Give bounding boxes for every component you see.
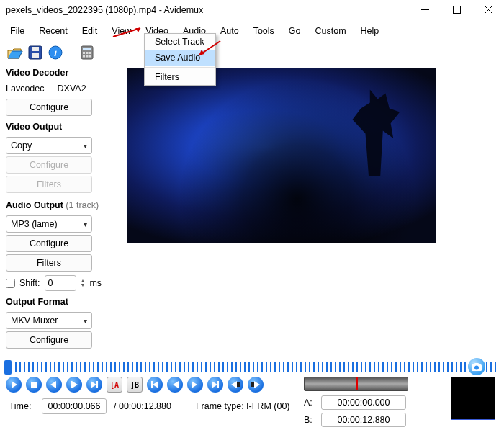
dropdown-separator: [145, 67, 215, 68]
shift-spinner[interactable]: 0: [45, 275, 76, 291]
info-icon[interactable]: i: [48, 45, 63, 61]
svg-text:i: i: [54, 48, 57, 58]
video-output-filters-button: Filters: [6, 176, 92, 193]
set-b-button[interactable]: ]B: [127, 377, 143, 393]
svg-rect-28: [96, 381, 98, 388]
audio-output-value: MP3 (lame): [11, 219, 58, 229]
output-format-select[interactable]: MKV Muxer ▾: [6, 312, 92, 329]
save-icon[interactable]: [27, 45, 43, 61]
stop-button[interactable]: [26, 377, 42, 393]
preview-thumbnail: [451, 377, 495, 420]
video-output-value: Copy: [11, 140, 32, 151]
shift-label: Shift:: [19, 278, 40, 288]
goto-start-button[interactable]: [147, 377, 163, 393]
window-title: pexels_videos_2022395 (1080p).mp4 - Avid…: [6, 5, 409, 15]
shift-spinner-buttons[interactable]: ▲▼: [81, 279, 86, 287]
shift-checkbox[interactable]: [6, 279, 15, 288]
next-frame-button[interactable]: [66, 377, 82, 393]
snapshot-button[interactable]: [468, 358, 485, 375]
svg-rect-1: [453, 6, 460, 14]
seek-bar[interactable]: [6, 361, 498, 372]
audio-output-label: Audio Output (1 track): [6, 200, 120, 210]
menu-tools[interactable]: Tools: [246, 24, 282, 37]
annotation-arrow-icon: [112, 25, 148, 40]
menu-go[interactable]: Go: [282, 24, 308, 37]
menu-custom[interactable]: Custom: [308, 24, 354, 37]
prev-black-button[interactable]: [228, 377, 243, 393]
next-keyframe-button[interactable]: [187, 377, 203, 393]
left-panel: Video Decoder Lavcodec DXVA2 Configure V…: [6, 62, 120, 349]
svg-rect-23: [31, 382, 37, 388]
audio-output-configure-button[interactable]: Configure: [6, 235, 92, 252]
menu-help[interactable]: Help: [354, 24, 387, 37]
output-format-configure-button[interactable]: Configure: [6, 331, 92, 349]
bottom-controls: [A ]B Time: 00:00:00.066 / 00:00:12.880 …: [6, 358, 498, 427]
decoder-configure-button[interactable]: Configure: [6, 99, 92, 116]
decoder-values: Lavcodec DXVA2: [6, 84, 120, 94]
svg-marker-24: [50, 381, 56, 388]
video-output-configure-button: Configure: [6, 156, 92, 174]
video-output-label: Video Output: [6, 122, 120, 132]
svg-rect-34: [217, 381, 219, 388]
svg-rect-15: [83, 55, 85, 58]
svg-rect-16: [86, 55, 89, 58]
svg-marker-19: [135, 28, 140, 32]
a-value[interactable]: 00:00:00.000: [321, 395, 406, 410]
svg-marker-25: [72, 381, 78, 388]
duration-label: / 00:00:12.880: [114, 401, 171, 411]
open-icon[interactable]: [7, 45, 23, 61]
annotation-arrow-icon: [194, 40, 223, 61]
a-label: A:: [304, 398, 314, 408]
prev-frame-button[interactable]: [46, 377, 62, 393]
seek-thumb[interactable]: [4, 360, 12, 375]
svg-rect-29: [151, 381, 153, 388]
shift-unit: ms: [89, 278, 102, 288]
scrub-wheel[interactable]: [304, 377, 408, 391]
calculator-icon[interactable]: [79, 45, 95, 61]
svg-marker-33: [212, 381, 217, 388]
svg-rect-12: [83, 52, 85, 54]
menu-recent[interactable]: Recent: [32, 24, 75, 37]
decoder-name2: DXVA2: [58, 84, 86, 94]
svg-rect-7: [32, 53, 39, 58]
svg-marker-22: [12, 381, 17, 388]
menu-edit[interactable]: Edit: [75, 24, 105, 37]
maximize-button[interactable]: [441, 0, 472, 20]
goto-end-button[interactable]: [207, 377, 223, 393]
svg-rect-17: [89, 55, 91, 58]
svg-rect-26: [71, 381, 72, 388]
dropdown-filters[interactable]: Filters: [145, 69, 215, 85]
video-preview[interactable]: [127, 68, 436, 243]
video-decoder-label: Video Decoder: [6, 68, 120, 78]
decoder-name1: Lavcodec: [6, 84, 45, 94]
right-controls: A: 00:00:00.000 B: 00:00:12.880 Selectio…: [304, 377, 498, 430]
close-button[interactable]: [472, 0, 504, 20]
chevron-down-icon: ▾: [84, 142, 87, 150]
play-button[interactable]: [6, 377, 22, 393]
svg-marker-31: [173, 381, 179, 388]
chevron-down-icon: ▾: [84, 317, 87, 325]
menu-file[interactable]: File: [3, 24, 32, 37]
svg-marker-27: [91, 381, 96, 388]
audio-output-filters-button[interactable]: Filters: [6, 254, 92, 272]
time-field[interactable]: 00:00:00.066: [42, 398, 107, 414]
set-a-button[interactable]: [A: [107, 377, 122, 393]
toolbar: i: [0, 42, 504, 62]
video-area: [127, 62, 498, 349]
frame-type-label: Frame type: I-FRM (00): [196, 401, 290, 411]
next-black-button[interactable]: [248, 377, 264, 393]
audio-output-select[interactable]: MP3 (lame) ▾: [6, 215, 92, 233]
svg-marker-32: [192, 381, 197, 388]
video-output-select[interactable]: Copy ▾: [6, 137, 92, 154]
next-frame2-button[interactable]: [86, 377, 102, 393]
menu-auto[interactable]: Auto: [213, 24, 246, 37]
time-label: Time:: [6, 401, 35, 411]
svg-marker-30: [153, 381, 158, 388]
svg-point-41: [474, 365, 479, 369]
svg-marker-35: [231, 381, 237, 388]
prev-keyframe-button[interactable]: [167, 377, 183, 393]
b-value[interactable]: 00:00:12.880: [321, 413, 406, 427]
minimize-button[interactable]: [409, 0, 441, 20]
b-label: B:: [304, 415, 314, 425]
shift-row: Shift: 0 ▲▼ ms: [6, 275, 120, 291]
